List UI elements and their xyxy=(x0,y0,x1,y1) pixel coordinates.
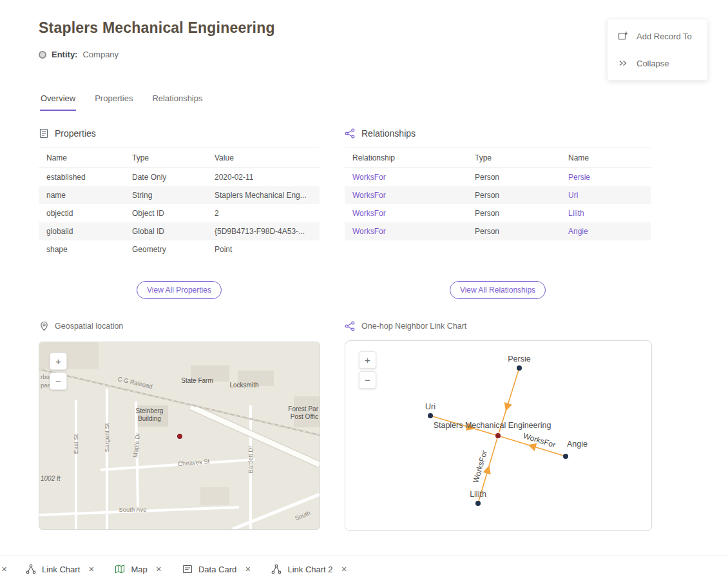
map-entity-marker[interactable] xyxy=(177,434,182,438)
map-zoom-controls: + − xyxy=(50,353,67,390)
tab-properties[interactable]: Properties xyxy=(94,92,133,111)
map-scale-label: 1002 ft xyxy=(41,475,61,482)
property-name-cell: shape xyxy=(39,240,124,258)
node-label-angie: Angie xyxy=(567,440,588,449)
property-value-cell: Staplers Mechanical Eng... xyxy=(207,186,320,204)
table-row: globalid Global ID {5D9B4713-F98D-4A53-.… xyxy=(39,222,320,240)
relationship-type-cell: Person xyxy=(467,222,560,240)
table-row: WorksFor Person Persie xyxy=(345,168,651,187)
map-label-sargent-st: Sargent St xyxy=(103,423,110,452)
table-row: established Date Only 2020-02-11 xyxy=(39,168,320,187)
chart-zoom-out-button[interactable]: − xyxy=(359,371,376,389)
chart-zoom-controls: + − xyxy=(359,351,376,389)
relationship-type-cell: Person xyxy=(467,186,560,204)
view-all-properties-wrap: View All Properties xyxy=(39,281,320,299)
chart-zoom-in-button[interactable]: + xyxy=(359,351,376,369)
property-value-cell: 2020-02-11 xyxy=(207,168,320,187)
map-zoom-in-button[interactable]: + xyxy=(50,353,67,370)
map-label-bartlett-dr: Bartlett Dr xyxy=(247,446,254,474)
property-name-cell: name xyxy=(39,186,124,204)
property-name-cell: globalid xyxy=(39,222,124,240)
map-widget: + − C G Railroad xyxy=(39,342,320,530)
tab-relationships[interactable]: Relationships xyxy=(151,92,203,111)
relationship-type-cell: Person xyxy=(467,168,560,187)
relationship-type-cell: Person xyxy=(467,204,560,222)
table-row: WorksFor Person Angie xyxy=(345,222,651,240)
map-pin-icon xyxy=(39,321,49,331)
bottom-tab-map[interactable]: Map ✕ xyxy=(115,564,162,574)
property-name-cell: objectid xyxy=(39,204,124,222)
geospatial-section-header: Geospatial location xyxy=(39,321,123,331)
tab-overview[interactable]: Overview xyxy=(40,92,76,111)
column-header-relationship: Relationship xyxy=(345,148,467,168)
node-persie[interactable] xyxy=(517,365,522,371)
map-label-steinberg-2: Building xyxy=(138,415,161,422)
bottom-tab-link-chart-2[interactable]: Link Chart 2 ✕ xyxy=(271,564,347,574)
property-type-cell: Geometry xyxy=(124,240,207,258)
map-label-locksmith: Locksmith xyxy=(229,382,258,389)
relationship-link[interactable]: WorksFor xyxy=(352,173,386,182)
map-label-steinberg-1: Steinberg xyxy=(136,407,164,414)
map-zoom-out-button[interactable]: − xyxy=(50,373,67,390)
edge-label-worksfor: WorksFor xyxy=(471,449,489,484)
tab-close-partial[interactable]: ✕ xyxy=(1,565,10,574)
table-row: WorksFor Person Uri xyxy=(345,186,651,204)
node-label-persie: Persie xyxy=(508,354,530,364)
view-all-relationships-button[interactable]: View All Relationships xyxy=(450,281,546,299)
relationship-link[interactable]: WorksFor xyxy=(352,209,386,218)
map-label-state-farm: State Farm xyxy=(181,377,213,384)
bottom-tab-link-chart[interactable]: Link Chart ✕ xyxy=(26,564,94,574)
link-chart-canvas[interactable]: WorksFor WorksFor Persie Uri Angie Lilit… xyxy=(345,341,651,530)
bottom-tab-data-card[interactable]: Data Card ✕ xyxy=(182,564,251,574)
bottom-tab-label: Data Card xyxy=(198,565,236,574)
relationship-link[interactable]: WorksFor xyxy=(352,191,386,200)
property-name-cell: established xyxy=(39,168,124,187)
column-header-name: Name xyxy=(39,148,124,168)
node-label-center: Staplers Mechanical Engineering xyxy=(434,421,551,430)
table-header-row: Name Type Value xyxy=(39,148,320,168)
tab-close-button[interactable]: ✕ xyxy=(341,565,347,574)
bottom-tab-label: Map xyxy=(131,565,147,574)
table-row: objectid Object ID 2 xyxy=(39,204,320,222)
tab-close-button[interactable]: ✕ xyxy=(88,565,94,574)
link-chart-icon xyxy=(271,564,282,574)
menu-item-collapse[interactable]: Collapse xyxy=(608,50,707,77)
page-title: Staplers Mechanical Engineering xyxy=(39,19,275,37)
relationships-section-title: Relationships xyxy=(361,128,416,139)
map-label-east-st: East St xyxy=(72,434,79,454)
entity-type-icon xyxy=(39,51,46,59)
map-label-forest-1: Forest Par xyxy=(288,405,318,412)
column-header-value: Value xyxy=(207,148,320,168)
relationships-section-header: Relationships xyxy=(345,128,416,139)
node-angie[interactable] xyxy=(563,454,568,459)
related-entity-link[interactable]: Persie xyxy=(568,173,590,182)
node-center-company[interactable] xyxy=(495,433,501,438)
node-uri[interactable] xyxy=(428,413,433,418)
map-canvas[interactable]: C G Railroad State Farm Locksmith Steinb… xyxy=(39,342,320,529)
relationships-icon xyxy=(345,128,356,139)
map-building xyxy=(200,487,229,505)
relationships-table: Relationship Type Name WorksFor Person P… xyxy=(345,148,651,240)
bottom-tab-label: Link Chart 2 xyxy=(287,565,332,574)
related-entity-link[interactable]: Angie xyxy=(568,227,588,236)
related-entity-link[interactable]: Uri xyxy=(568,191,578,200)
map-building xyxy=(39,342,99,369)
collapse-icon xyxy=(618,58,628,68)
view-all-properties-button[interactable]: View All Properties xyxy=(137,281,222,299)
related-entity-link[interactable]: Lilith xyxy=(568,209,584,218)
map-label-forest-2: Post Offic xyxy=(291,413,318,420)
bottom-tab-label: Link Chart xyxy=(42,565,80,574)
geospatial-section-title: Geospatial location xyxy=(55,322,123,331)
node-lilith[interactable] xyxy=(475,501,481,506)
data-card-icon xyxy=(182,564,193,574)
properties-table: Name Type Value established Date Only 20… xyxy=(39,148,320,258)
tab-close-button[interactable]: ✕ xyxy=(245,565,251,574)
entity-label: Entity: xyxy=(52,50,77,59)
tab-close-button[interactable]: ✕ xyxy=(156,565,162,574)
relationship-link[interactable]: WorksFor xyxy=(352,227,386,236)
column-header-type: Type xyxy=(467,148,560,168)
properties-icon xyxy=(39,128,49,139)
menu-item-add-record-to[interactable]: Add Record To xyxy=(608,23,707,50)
linkchart-section-header: One-hop Neighbor Link Chart xyxy=(345,321,466,331)
properties-section-header: Properties xyxy=(39,128,96,139)
